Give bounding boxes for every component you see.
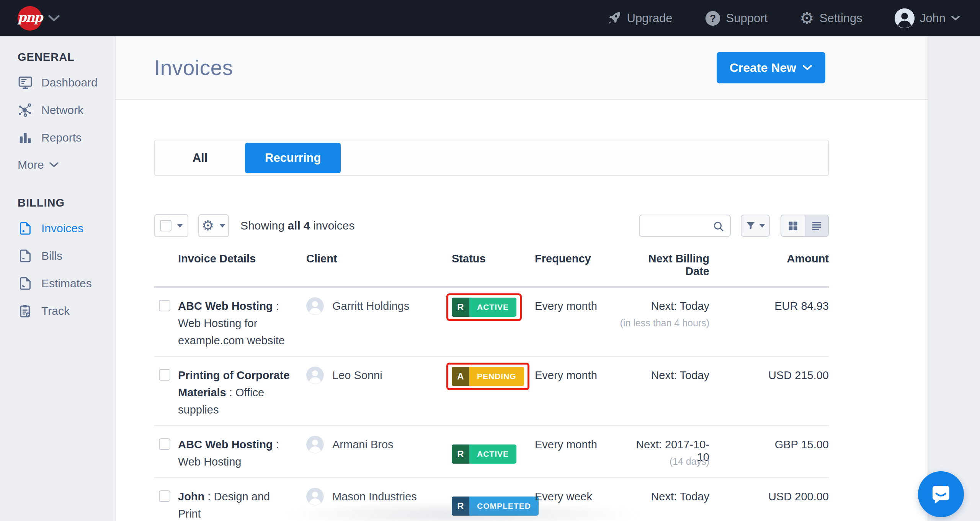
col-next-billing-date: Next Billing Date [625, 252, 709, 278]
row-checkbox[interactable] [159, 490, 170, 502]
client-avatar-icon [306, 366, 324, 384]
search-icon[interactable] [712, 220, 725, 233]
support-button[interactable]: ? Support [705, 10, 768, 26]
status-badge: R ACTIVE [452, 444, 516, 464]
sidebar-item-estimates[interactable]: Estimates [18, 270, 115, 297]
settings-label: Settings [820, 11, 862, 25]
tab-recurring[interactable]: Recurring [245, 143, 341, 173]
support-label: Support [726, 11, 768, 25]
table-row: John : Design and Print Mason Industries… [154, 478, 829, 521]
client-name[interactable]: Garritt Holdings [332, 298, 409, 313]
settings-button[interactable]: ⚙ Settings [800, 10, 862, 26]
row-checkbox[interactable] [159, 369, 170, 381]
view-toggle [781, 215, 829, 237]
create-new-button[interactable]: Create New [717, 52, 825, 83]
messenger-icon [929, 482, 953, 506]
row-checkbox[interactable] [159, 300, 170, 311]
main-area: Invoices Create New All Recurring ⚙ Show… [116, 36, 928, 521]
page-header: Invoices Create New [116, 36, 928, 100]
sidebar-section-billing: BILLING [18, 197, 115, 209]
col-frequency: Frequency [535, 252, 625, 278]
frequency-value: Every month [535, 436, 625, 471]
topnav: Upgrade ? Support ⚙ Settings [606, 8, 980, 28]
search-box [639, 215, 731, 237]
sidebar-item-label: Network [41, 104, 83, 117]
sidebar-item-dashboard[interactable]: Dashboard [18, 69, 115, 96]
svg-text:?: ? [709, 12, 715, 24]
user-avatar-icon [895, 8, 915, 28]
frequency-value: Every week [535, 488, 625, 521]
status-highlight-box: R ACTIVE [446, 293, 522, 321]
status-badge: R COMPLETED [452, 497, 539, 516]
sidebar-item-label: Track [41, 304, 70, 317]
invoice-details-link[interactable]: ABC Web Hosting : Web Hosting [178, 436, 306, 471]
content: All Recurring ⚙ Showing all 4 invoices [116, 140, 928, 521]
chat-launcher-button[interactable] [918, 471, 964, 517]
sidebar-item-label: Bills [41, 249, 62, 262]
select-all-checkbox[interactable] [160, 220, 172, 231]
next-billing-note: (14 days) [670, 456, 709, 467]
sidebar-item-label: Invoices [41, 222, 83, 235]
client-name[interactable]: Mason Industries [332, 488, 417, 503]
status-label: COMPLETED [469, 497, 539, 516]
invoice-details-link[interactable]: John : Design and Print [178, 488, 306, 521]
create-new-label: Create New [730, 61, 796, 75]
dashboard-icon [18, 75, 33, 90]
upgrade-button[interactable]: Upgrade [606, 11, 673, 26]
list-toolbar: ⚙ Showing all 4 invoices [154, 214, 829, 237]
app-logo[interactable]: pnp [18, 6, 60, 31]
chevron-down-icon [951, 15, 960, 21]
upgrade-label: Upgrade [627, 11, 673, 25]
chevron-down-icon [49, 162, 59, 168]
status-label: PENDING [469, 367, 524, 386]
invoice-details-link[interactable]: Printing of Corporate Materials : Office… [178, 367, 306, 418]
invoice-details-link[interactable]: ABC Web Hosting : Web Hosting for exampl… [178, 298, 306, 349]
recurring-letter: R [452, 298, 469, 317]
bulk-actions-dropdown[interactable]: ⚙ [198, 214, 229, 237]
chevron-down-icon [802, 65, 812, 71]
invoices-icon [18, 221, 33, 236]
amount-value: USD 200.00 [709, 488, 829, 521]
page-title: Invoices [154, 55, 233, 80]
list-view-button[interactable] [805, 215, 828, 236]
amount-value: USD 215.00 [709, 367, 829, 418]
status-badge: A PENDING [452, 367, 524, 386]
next-billing-value: Next: 2017-10-10 (14 days) [625, 436, 709, 471]
select-all-dropdown[interactable] [154, 214, 188, 237]
reports-icon [18, 130, 33, 145]
row-checkbox[interactable] [159, 438, 170, 450]
sidebar-item-invoices[interactable]: Invoices [18, 215, 115, 242]
bills-icon [18, 249, 33, 263]
tab-all[interactable]: All [155, 151, 245, 165]
more-label: More [18, 158, 44, 171]
filter-icon [745, 220, 756, 231]
logo-text: pnp [18, 10, 42, 25]
search-input[interactable] [640, 215, 709, 236]
client-avatar-icon [306, 436, 324, 453]
table-row: ABC Web Hosting : Web Hosting for exampl… [154, 288, 829, 357]
client-name[interactable]: Armani Bros [332, 436, 394, 451]
status-badge: R ACTIVE [452, 298, 516, 317]
status-label: ACTIVE [469, 298, 516, 317]
track-icon [18, 304, 33, 318]
network-icon [18, 103, 33, 118]
sidebar-item-bills[interactable]: Bills [18, 242, 115, 270]
sidebar-item-network[interactable]: Network [18, 96, 115, 124]
filter-dropdown[interactable] [741, 215, 770, 237]
next-billing-note: (in less than 4 hours) [620, 317, 709, 329]
client-avatar-icon [306, 488, 324, 505]
table-row: ABC Web Hosting : Web Hosting Armani Bro… [154, 426, 829, 478]
logo-circle: pnp [18, 6, 42, 31]
sidebar-more-button[interactable]: More [18, 151, 115, 178]
user-menu[interactable]: John [895, 8, 960, 28]
col-client: Client [306, 252, 452, 278]
chevron-down-icon [48, 15, 60, 22]
caret-down-icon [219, 224, 225, 228]
status-highlight-box: A PENDING [446, 363, 529, 390]
client-name[interactable]: Leo Sonni [332, 367, 382, 382]
sidebar-item-reports[interactable]: Reports [18, 124, 115, 151]
frequency-value: Every month [535, 367, 625, 418]
grid-view-button[interactable] [781, 215, 805, 236]
recurring-letter: R [452, 497, 469, 516]
sidebar-item-track[interactable]: Track [18, 297, 115, 325]
